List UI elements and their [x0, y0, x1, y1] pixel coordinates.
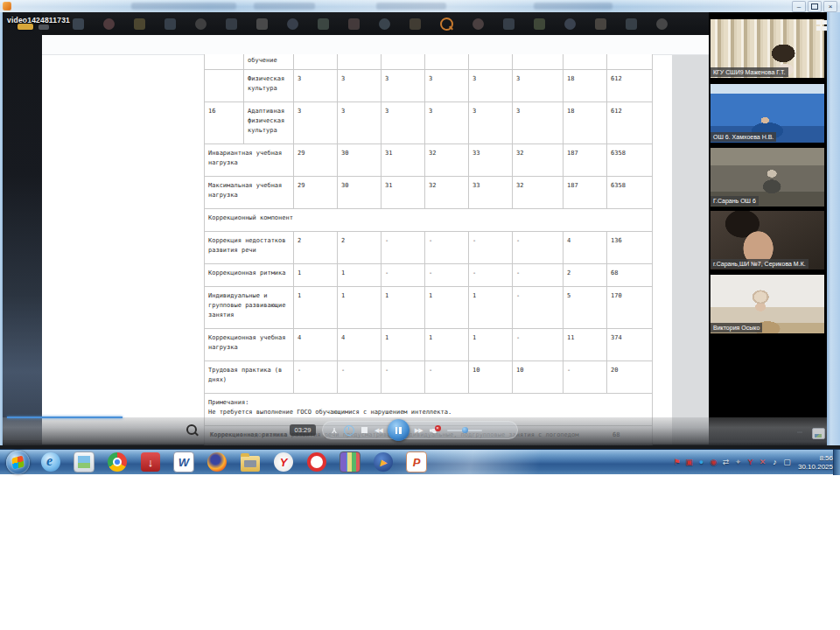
firefox-button[interactable]: [201, 451, 233, 474]
windows-start-button[interactable]: [2, 451, 33, 474]
blocked-icon[interactable]: ✕: [757, 457, 768, 468]
internet-explorer-button[interactable]: [35, 451, 66, 474]
system-tray: ⚑▣●◉⇄✦Y✕♪▢ 8:56 30.10.2025: [671, 450, 833, 475]
extension-icon[interactable]: [564, 18, 576, 30]
update-icon[interactable]: ✦: [732, 457, 744, 468]
title-bar-blur: [254, 3, 315, 10]
jump-icon[interactable]: Y: [332, 426, 337, 435]
extension-icon[interactable]: [103, 18, 115, 30]
photo-viewer-button[interactable]: [68, 451, 100, 474]
powerpoint-button[interactable]: [401, 451, 432, 474]
extension-icon[interactable]: [73, 18, 84, 30]
extension-icon[interactable]: [318, 18, 329, 30]
usb-icon[interactable]: ⇄: [720, 457, 732, 468]
search-icon[interactable]: [440, 18, 453, 31]
extension-icon[interactable]: [195, 18, 206, 30]
extension-icon[interactable]: [348, 18, 360, 30]
player-controls: Y: [322, 421, 518, 439]
table-row: Коррекционный компонент: [205, 209, 653, 232]
table-cell: 29: [294, 177, 338, 209]
yandex-browser-button[interactable]: [268, 451, 299, 474]
extension-icon[interactable]: [534, 18, 545, 30]
table-row: Физическая культура33333318612: [205, 70, 653, 102]
extension-icon[interactable]: [256, 18, 268, 30]
table-cell: -: [564, 361, 607, 394]
close-button[interactable]: ×: [823, 1, 837, 12]
extension-icon[interactable]: [134, 18, 145, 30]
table-cell: -: [513, 232, 564, 264]
table-row-label: Трудовая практика (в днях): [205, 361, 294, 394]
pin-icon[interactable]: ●: [696, 457, 707, 468]
record-icon[interactable]: ◉: [708, 457, 719, 468]
extension-icon[interactable]: [226, 18, 237, 30]
show-desktop-button[interactable]: [833, 450, 840, 475]
opera-button[interactable]: [301, 451, 332, 474]
download-manager-button[interactable]: [135, 451, 166, 474]
extension-icon[interactable]: [379, 18, 390, 30]
browser-toolbar: [42, 35, 709, 55]
snapshot-icon[interactable]: [812, 428, 825, 439]
extension-icon[interactable]: [595, 18, 606, 30]
participant-name-label: Г.Сарань ОШ 6: [710, 196, 759, 206]
winrar-button[interactable]: [334, 451, 366, 474]
pause-button[interactable]: [388, 419, 410, 441]
extension-icon[interactable]: [656, 18, 668, 30]
extension-icon[interactable]: [164, 18, 176, 30]
volume-icon[interactable]: ♪: [769, 457, 780, 468]
table-section-label: Коррекционный компонент: [205, 209, 653, 232]
table-cell: 3: [469, 102, 513, 144]
windows-taskbar: ⚑▣●◉⇄✦Y✕♪▢ 8:56 30.10.2025: [0, 449, 840, 474]
minimize-controls-icon[interactable]: [797, 431, 802, 433]
table-row: обучение: [205, 54, 653, 70]
playback-progress-bar[interactable]: [7, 416, 122, 418]
extension-icon[interactable]: [503, 18, 514, 30]
table-row: Индивидуальные и групповые развивающие з…: [205, 287, 653, 329]
taskbar-clock[interactable]: 8:56 30.10.2025: [798, 454, 833, 472]
stop-button[interactable]: [361, 427, 368, 433]
antivirus-icon[interactable]: ▣: [683, 457, 695, 468]
table-cell: 3: [382, 102, 425, 144]
windows-start-icon: [6, 451, 30, 474]
table-cell: 187: [564, 144, 607, 177]
player-zoom-icon[interactable]: [186, 424, 199, 437]
window-title-bar: – ×: [0, 0, 840, 12]
extension-icon[interactable]: [287, 18, 298, 30]
table-cell: 136: [607, 232, 653, 264]
flag-icon[interactable]: ⚑: [671, 457, 682, 468]
extension-icon[interactable]: [626, 18, 637, 30]
timer-icon[interactable]: [344, 425, 354, 436]
fast-forward-button[interactable]: [415, 427, 423, 434]
participant-video: ОШ 6. Хамхоева Н.В.: [710, 84, 824, 143]
table-cell: 1: [338, 264, 382, 287]
table-cell: 612: [607, 70, 653, 102]
opera-icon: [307, 452, 326, 472]
extension-icon[interactable]: [472, 18, 484, 30]
media-player-button[interactable]: [368, 451, 399, 474]
yandex-tray-icon[interactable]: Y: [745, 457, 756, 468]
table-cell: 1: [382, 329, 425, 361]
table-row: 16Адаптивная физическая культура33333318…: [205, 102, 653, 144]
table-row-number: 16: [205, 102, 244, 144]
table-cell: 2: [294, 232, 338, 264]
internet-explorer-icon: [41, 452, 60, 472]
table-cell: [425, 54, 469, 70]
word-button[interactable]: [168, 451, 200, 474]
table-cell: 31: [382, 177, 425, 209]
volume-slider[interactable]: [447, 426, 482, 435]
table-cell: 6358: [607, 177, 653, 209]
maximize-button[interactable]: [808, 1, 822, 12]
table-cell: 4: [294, 329, 338, 361]
extension-icon[interactable]: [410, 18, 421, 30]
table-cell: 612: [607, 102, 653, 144]
download-manager-icon: [141, 452, 160, 472]
minimize-button[interactable]: –: [792, 1, 806, 12]
chrome-button[interactable]: [102, 451, 133, 474]
mute-icon[interactable]: [430, 426, 440, 435]
video-filename-overlay: video1424811731: [7, 16, 70, 24]
video-folder-button[interactable]: [234, 451, 266, 474]
participant-name-label: г.Сарань,ШИ №7, Серикова М.К.: [710, 259, 808, 269]
network-icon[interactable]: ▢: [781, 457, 793, 468]
rewind-button[interactable]: [374, 427, 382, 434]
table-cell: 30: [338, 177, 382, 209]
table-cell: -: [382, 361, 425, 394]
